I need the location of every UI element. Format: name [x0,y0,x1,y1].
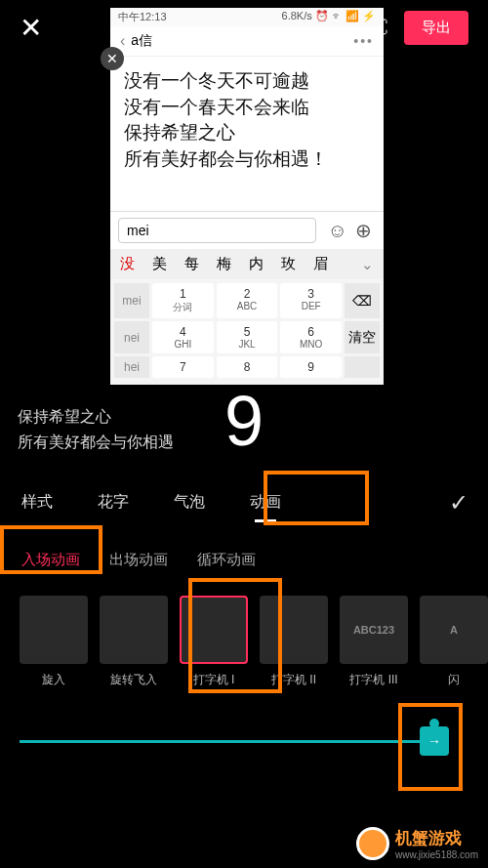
subtab-loop[interactable]: 循环动画 [195,545,258,575]
keyboard: mei 1分词 2ABC 3DEF ⌫ nei 4GHI 5JKL 6MNO 清… [110,279,384,385]
more-icon: ••• [353,33,374,49]
watermark: 机蟹游戏 www.jixie5188.com [356,827,478,860]
emoji-icon: ☺ [328,220,347,242]
watermark-icon [356,827,389,860]
tab-style[interactable]: 样式 [20,484,55,520]
text-preview: 保持希望之心 所有美好都会与你相遇 [18,404,174,454]
anim-item[interactable]: A 闪 [420,596,488,688]
tab-animation[interactable]: 动画 [248,484,283,520]
countdown-number: 9 [224,381,264,461]
close-icon[interactable]: ✕ [20,12,42,44]
close-text-icon[interactable]: ✕ [101,47,124,70]
duration-slider[interactable] [20,740,429,743]
anim-item[interactable]: 旋转飞入 [100,596,168,688]
animation-list: 旋入 旋转飞入 打字机 I 打字机 II ABC123 打字机 III A 闪 [20,596,488,688]
anim-item[interactable]: 旋入 [20,596,88,688]
text-input: mei [118,218,316,243]
subtab-enter[interactable]: 入场动画 [20,545,82,575]
subtab-row: 入场动画 出场动画 循环动画 [0,537,488,583]
anim-item[interactable]: 打字机 I [180,596,248,688]
plus-icon: ⊕ [355,219,372,242]
slider-handle[interactable] [420,726,449,756]
chat-title: a信 [131,32,152,50]
confirm-icon[interactable]: ✓ [449,489,468,517]
status-time: 中午12:13 [118,10,167,24]
phone-preview: 中午12:13 6.8K/s ⏰ ᯤ 📶 ⚡ ‹ a信 ••• 没有一个冬天不可… [110,8,384,385]
status-icons: 6.8K/s ⏰ ᯤ 📶 ⚡ [282,10,376,24]
anim-item[interactable]: 打字机 II [260,596,328,688]
subtab-exit[interactable]: 出场动画 [107,545,170,575]
tab-bubble[interactable]: 气泡 [172,484,207,520]
anim-item[interactable]: ABC123 打字机 III [340,596,408,688]
suggestion-row: 没 美 每 梅 内 玫 眉 ⌄ [110,249,384,279]
chevron-down-icon: ⌄ [361,256,374,273]
chat-text: 没有一个冬天不可逾越 没有一个春天不会来临 保持希望之心 所有美好都会与你相遇！ [110,57,384,184]
back-icon: ‹ [120,32,125,50]
tab-row: 样式 花字 气泡 动画 ✓ [0,478,488,526]
export-button[interactable]: 导出 [404,11,468,45]
backspace-icon: ⌫ [345,283,380,318]
tab-flower[interactable]: 花字 [96,484,131,520]
